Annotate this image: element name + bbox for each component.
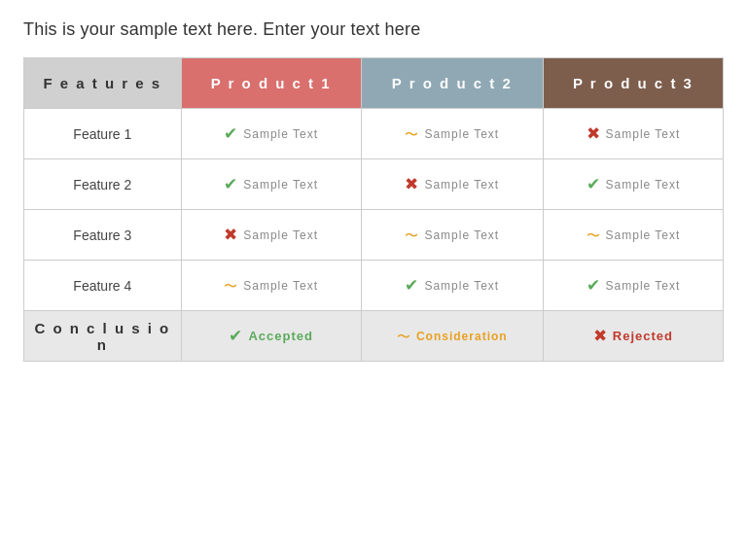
cell-text: Sample Text bbox=[606, 228, 681, 242]
conclusion-row: C o n c l u s i o n Accepted Considerati… bbox=[24, 311, 724, 362]
wave-icon bbox=[405, 125, 418, 142]
cross-icon bbox=[405, 176, 418, 192]
conclusion-rejected-text: Rejected bbox=[613, 329, 673, 343]
headline: This is your sample text here. Enter you… bbox=[23, 19, 724, 40]
cell-p2: Sample Text bbox=[361, 159, 543, 210]
cell-p2: Sample Text bbox=[361, 109, 543, 159]
conclusion-consideration-text: Consideration bbox=[416, 330, 508, 343]
cell-text: Sample Text bbox=[424, 178, 499, 192]
wave-icon bbox=[224, 277, 237, 294]
wave-icon bbox=[397, 328, 410, 344]
header-features: F e a t u r e s bbox=[24, 58, 182, 109]
table-row: Feature 1 Sample Text Sample Text Sample… bbox=[24, 109, 724, 159]
table-row: Feature 4 Sample Text Sample Text Sample… bbox=[24, 261, 724, 311]
feature-label: Feature 3 bbox=[24, 210, 182, 261]
cell-p3: Sample Text bbox=[543, 210, 723, 261]
comparison-table: F e a t u r e s P r o d u c t 1 P r o d … bbox=[23, 57, 724, 362]
cell-text: Sample Text bbox=[424, 279, 499, 293]
check-icon bbox=[229, 328, 242, 344]
cross-icon bbox=[587, 125, 600, 142]
feature-label: Feature 1 bbox=[24, 109, 182, 159]
header-product1: P r o d u c t 1 bbox=[181, 58, 361, 109]
cell-text: Sample Text bbox=[606, 279, 681, 293]
cell-text: Sample Text bbox=[243, 178, 318, 192]
cross-icon bbox=[593, 328, 607, 344]
feature-label: Feature 4 bbox=[24, 261, 182, 311]
check-icon bbox=[224, 176, 237, 192]
cell-text: Sample Text bbox=[243, 127, 318, 141]
cell-p1: Sample Text bbox=[181, 159, 361, 210]
cell-p3: Sample Text bbox=[543, 109, 723, 159]
cell-text: Sample Text bbox=[424, 228, 499, 242]
cell-text: Sample Text bbox=[243, 279, 318, 293]
cell-p1: Sample Text bbox=[181, 109, 361, 159]
cell-p3: Sample Text bbox=[543, 159, 723, 210]
cell-text: Sample Text bbox=[606, 127, 681, 141]
cell-p2: Sample Text bbox=[361, 261, 543, 311]
cell-p3: Sample Text bbox=[543, 261, 723, 311]
conclusion-label: C o n c l u s i o n bbox=[24, 311, 182, 362]
cross-icon bbox=[224, 227, 237, 243]
cell-text: Sample Text bbox=[424, 127, 499, 141]
check-icon bbox=[587, 176, 600, 192]
table-row: Feature 3 Sample Text Sample Text Sample… bbox=[24, 210, 724, 261]
cell-p2: Sample Text bbox=[361, 210, 543, 261]
check-icon bbox=[224, 125, 237, 142]
conclusion-p1: Accepted bbox=[181, 311, 361, 362]
check-icon bbox=[587, 277, 600, 294]
header-row: F e a t u r e s P r o d u c t 1 P r o d … bbox=[24, 58, 724, 109]
conclusion-accepted-text: Accepted bbox=[248, 329, 313, 343]
conclusion-p3: Rejected bbox=[543, 311, 723, 362]
table-row: Feature 2 Sample Text Sample Text Sample… bbox=[24, 159, 724, 210]
feature-label: Feature 2 bbox=[24, 159, 182, 210]
cell-text: Sample Text bbox=[243, 228, 318, 242]
cell-p1: Sample Text bbox=[181, 210, 361, 261]
wave-icon bbox=[405, 227, 418, 243]
wave-icon bbox=[587, 227, 600, 243]
header-product2: P r o d u c t 2 bbox=[361, 58, 543, 109]
conclusion-p2: Consideration bbox=[361, 311, 543, 362]
header-product3: P r o d u c t 3 bbox=[543, 58, 723, 109]
cell-text: Sample Text bbox=[606, 178, 681, 192]
check-icon bbox=[405, 277, 418, 294]
cell-p1: Sample Text bbox=[181, 261, 361, 311]
